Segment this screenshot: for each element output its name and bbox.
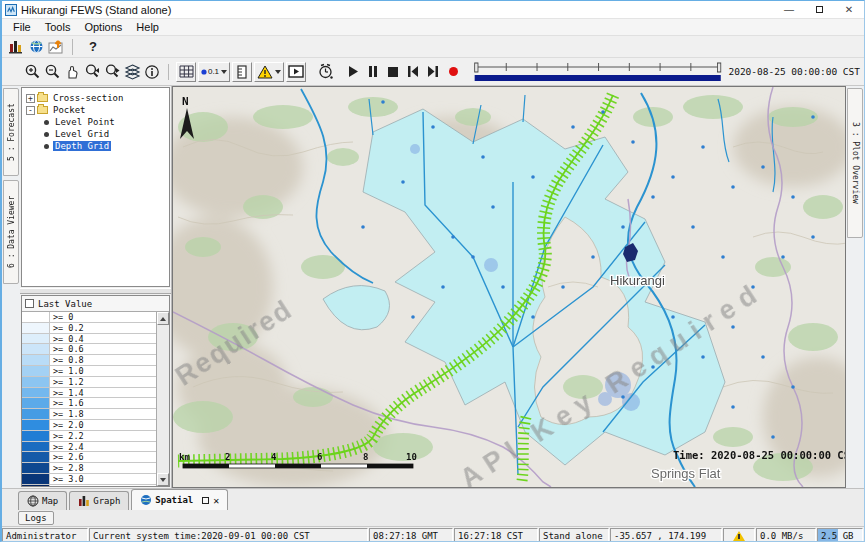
legend-row: >= 1.4 [22, 388, 156, 399]
animation-movie-button[interactable] [286, 62, 306, 82]
legend-color-swatch [22, 452, 50, 462]
legend-row: >= 3.0 [22, 474, 156, 485]
minimize-button[interactable]: — [774, 1, 804, 18]
left-tab-strip: 5 : Forecast 6 : Data Viewer [2, 86, 20, 488]
tab-spatial[interactable]: Spatial ✕ [131, 489, 228, 510]
toolbar-separator [72, 39, 73, 55]
legend-color-swatch [22, 366, 50, 376]
legend-color-swatch [22, 398, 50, 408]
status-mode: Stand alone [539, 528, 609, 542]
tree-item-level-point[interactable]: Level Point [42, 116, 167, 128]
menu-options[interactable]: Options [77, 21, 129, 33]
tab-data-viewer[interactable]: 6 : Data Viewer [3, 180, 19, 284]
tab-map[interactable]: Map [18, 491, 67, 510]
layers-icon[interactable] [122, 62, 142, 82]
menu-file[interactable]: File [6, 21, 38, 33]
window-title: Hikurangi FEWS (Stand alone) [21, 4, 774, 16]
record-button[interactable] [443, 62, 463, 82]
zoom-in-icon[interactable] [22, 62, 42, 82]
tab-plot-overview[interactable]: 3 : Plot Overview [847, 88, 863, 238]
info-icon[interactable] [142, 62, 162, 82]
tree-item-pocket[interactable]: - Pocket [26, 104, 167, 116]
status-warning-cell[interactable] [723, 528, 755, 542]
database-chart-icon[interactable] [6, 37, 26, 57]
zoom-out-icon[interactable] [42, 62, 62, 82]
legend-row: >= 3.2 [22, 485, 156, 486]
skip-to-end-button[interactable] [423, 62, 443, 82]
zoom-next-icon[interactable] [102, 62, 122, 82]
svg-text:N: N [182, 95, 189, 108]
svg-text:10: 10 [406, 452, 417, 462]
legend-color-swatch [22, 442, 50, 452]
grid-display-button[interactable] [176, 62, 196, 82]
timeline-current-date: 2020-08-25 00:00:00 CST [728, 66, 860, 77]
map-toolbar: 0.1 [2, 58, 864, 86]
legend-row: >= 2.6 [22, 452, 156, 463]
maximize-button[interactable] [804, 1, 834, 18]
chevron-down-icon [221, 70, 227, 74]
place-label-springs-flat: Springs Flat [651, 466, 721, 481]
maximize-icon [816, 6, 823, 13]
main-area: 5 : Forecast 6 : Data Viewer + Cross-sec… [2, 86, 864, 488]
menu-tools[interactable]: Tools [38, 21, 78, 33]
legend-color-swatch [22, 409, 50, 419]
play-button[interactable] [343, 62, 363, 82]
maximize-panel-icon[interactable] [202, 497, 209, 504]
legend-color-swatch [22, 463, 50, 473]
legend-panel: Last Value >= 0 >= 0.2 >= 0.4 >= 0.6 >= … [21, 295, 170, 487]
collapse-icon[interactable]: - [26, 106, 35, 115]
app-logo-icon [5, 4, 17, 16]
animation-settings-clock-icon[interactable] [315, 62, 335, 82]
svg-text:km: km [179, 452, 190, 462]
chevron-down-icon [275, 70, 281, 74]
zoom-previous-icon[interactable] [82, 62, 102, 82]
folder-icon [37, 106, 48, 114]
panel-splitter[interactable] [20, 288, 171, 294]
classbreak-threshold-button[interactable]: 0.1 [198, 62, 230, 82]
place-label-hikurangi: Hikurangi [610, 273, 665, 288]
tab-forecast[interactable]: 5 : Forecast [3, 88, 19, 176]
tree-item-depth-grid[interactable]: Depth Grid [42, 140, 167, 152]
stop-button[interactable] [383, 62, 403, 82]
app-window: Hikurangi FEWS (Stand alone) — ✕ File To… [0, 0, 865, 542]
pause-button[interactable] [363, 62, 383, 82]
map-canvas[interactable]: API Key Required API Key Required Hikura… [173, 87, 846, 487]
main-toolbar: ? [2, 36, 864, 58]
expand-icon[interactable]: + [26, 94, 35, 103]
profile-ruler-button[interactable] [232, 62, 252, 82]
help-button[interactable]: ? [89, 39, 97, 54]
legend-color-swatch [22, 334, 50, 344]
status-coordinates: -35.657 , 174.199 [610, 528, 722, 542]
status-user: Administrator [2, 528, 88, 542]
legend-row: >= 2.4 [22, 442, 156, 453]
map-viewport[interactable]: API Key Required API Key Required Hikura… [172, 86, 846, 488]
time-slider[interactable] [473, 61, 722, 83]
timeseries-chart-icon[interactable] [46, 37, 66, 57]
status-memory: 2.5 GB [817, 528, 863, 542]
close-panel-icon[interactable]: ✕ [213, 497, 219, 504]
svg-text:6: 6 [317, 452, 322, 462]
map-time-overlay: Time: 2020-08-25 00:00:00 CST [673, 449, 846, 461]
logs-button[interactable]: Logs [18, 511, 54, 525]
legend-color-swatch [22, 474, 50, 484]
skip-to-start-button[interactable] [403, 62, 423, 82]
globe-explorer-icon[interactable] [26, 37, 46, 57]
scroll-up-icon[interactable] [157, 312, 169, 325]
tree-item-cross-section[interactable]: + Cross-section [26, 92, 167, 104]
tree-item-level-grid[interactable]: Level Grid [42, 128, 167, 140]
legend-scrollbar[interactable] [156, 312, 169, 486]
warning-threshold-button[interactable] [254, 62, 284, 82]
close-button[interactable]: ✕ [834, 1, 864, 18]
menu-help[interactable]: Help [129, 21, 166, 33]
scroll-down-icon[interactable] [157, 473, 169, 486]
tab-graph[interactable]: Graph [69, 491, 129, 510]
legend-row: >= 2.0 [22, 420, 156, 431]
legend-color-swatch [22, 323, 50, 333]
svg-text:2: 2 [225, 452, 230, 462]
last-value-checkbox[interactable] [25, 299, 34, 308]
legend-row: >= 2.2 [22, 431, 156, 442]
legend-row: >= 1.2 [22, 377, 156, 388]
status-cst-time: 16:27:18 CST [454, 528, 538, 542]
warning-icon [733, 531, 745, 541]
pan-hand-icon[interactable] [62, 62, 82, 82]
